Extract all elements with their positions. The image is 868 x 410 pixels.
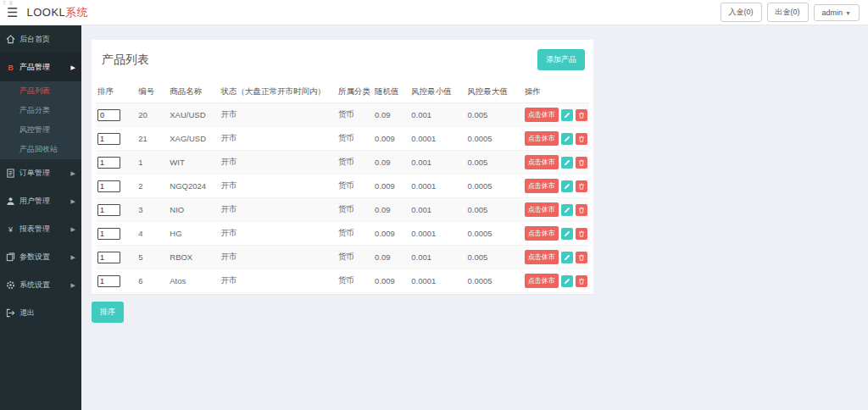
product-category: 货币 (337, 151, 373, 175)
product-id: 21 (136, 127, 168, 151)
row-actions: 点击休市 (525, 131, 587, 146)
sort-order-input[interactable] (97, 252, 120, 263)
sort-order-input[interactable] (97, 157, 120, 169)
chevron-right-icon: ▶ (71, 226, 75, 233)
sort-order-input[interactable] (97, 204, 120, 216)
product-random-value: 0.009 (373, 222, 409, 246)
delete-button[interactable] (576, 180, 587, 192)
sidebar-item-report-management[interactable]: ¥ 报表管理 ▶ (0, 215, 81, 243)
pencil-icon (564, 183, 570, 190)
sidebar: 后台首页 B 产品管理 ▶ 产品列表 产品分类 风控管理 产品回收站 订单管理 … (0, 25, 81, 410)
delete-button[interactable] (576, 133, 587, 145)
edit-button[interactable] (561, 228, 573, 240)
sidebar-item-label: 订单管理 (19, 168, 50, 179)
product-risk-min: 0.001 (409, 103, 465, 127)
sidebar-subitem-product-list[interactable]: 产品列表 (0, 81, 81, 101)
sidebar-item-label: 后台首页 (19, 34, 50, 45)
product-risk-max: 0.0005 (465, 175, 522, 198)
sidebar-item-product-management[interactable]: B 产品管理 ▶ (0, 53, 81, 81)
table-row: 1 WIT 开市 货币 0.09 0.001 0.005 点击休市 (96, 151, 589, 175)
product-id: 5 (136, 246, 168, 269)
orders-icon (6, 169, 15, 178)
row-actions: 点击休市 (525, 179, 587, 193)
delete-button[interactable] (576, 228, 587, 240)
close-market-button[interactable]: 点击休市 (525, 108, 559, 122)
navbar-right: 入金(0) 出金(0) admin▼ (721, 3, 860, 22)
header-actions: 操作 (523, 81, 589, 103)
sidebar-subitem-product-category[interactable]: 产品分类 (0, 101, 81, 120)
edit-button[interactable] (561, 252, 573, 263)
sort-order-input[interactable] (97, 275, 120, 287)
edit-button[interactable] (561, 133, 573, 145)
edit-button[interactable] (561, 157, 573, 169)
product-risk-max: 0.0005 (465, 222, 522, 246)
product-id: 1 (136, 151, 168, 175)
sidebar-subitem-risk-management[interactable]: 风控管理 (0, 120, 81, 140)
sidebar-item-order-management[interactable]: 订单管理 ▶ (0, 159, 81, 187)
withdraw-button[interactable]: 出金(0) (767, 3, 809, 22)
product-name: WIT (168, 151, 219, 175)
chevron-right-icon: ▶ (71, 64, 75, 71)
row-actions: 点击休市 (525, 202, 587, 217)
product-status: 开市 (219, 103, 336, 127)
product-risk-max: 0.005 (465, 246, 522, 269)
chevron-right-icon: ▶ (71, 170, 75, 177)
close-market-button[interactable]: 点击休市 (525, 179, 559, 193)
product-name: HG (168, 222, 219, 246)
delete-button[interactable] (576, 204, 587, 216)
edit-button[interactable] (561, 275, 573, 287)
delete-button[interactable] (576, 252, 587, 263)
product-category: 货币 (337, 127, 373, 151)
sidebar-item-home[interactable]: 后台首页 (0, 25, 81, 53)
pencil-icon (564, 207, 570, 213)
sidebar-subitem-product-recycle[interactable]: 产品回收站 (0, 140, 81, 159)
sort-submit-button[interactable]: 排序 (92, 302, 124, 323)
sort-order-input[interactable] (97, 109, 120, 121)
header-risk-min: 风控最小值 (409, 81, 465, 103)
logout-icon (6, 308, 15, 318)
close-market-button[interactable]: 点击休市 (525, 250, 559, 264)
product-status: 开市 (219, 222, 336, 246)
sidebar-item-logout[interactable]: 退出 (0, 299, 81, 327)
close-market-button[interactable]: 点击休市 (525, 226, 559, 241)
product-name: RBOX (168, 246, 219, 269)
close-market-button[interactable]: 点击休市 (525, 274, 559, 288)
brand-logo[interactable]: LOOKL系统 (26, 5, 88, 20)
product-risk-max: 0.005 (465, 103, 522, 127)
sort-order-input[interactable] (97, 133, 120, 145)
delete-button[interactable] (576, 275, 587, 287)
product-status: 开市 (219, 246, 336, 269)
top-navbar: T 8 ☰ LOOKL系统 入金(0) 出金(0) admin▼ (0, 0, 868, 25)
close-market-button[interactable]: 点击休市 (525, 131, 559, 146)
delete-button[interactable] (576, 157, 587, 169)
sidebar-item-user-management[interactable]: 用户管理 ▶ (0, 187, 81, 215)
pencil-icon (564, 230, 570, 237)
product-category: 货币 (337, 103, 373, 127)
table-row: 3 NIO 开市 货币 0.09 0.001 0.005 点击休市 (96, 198, 589, 222)
row-actions: 点击休市 (525, 274, 587, 288)
edit-button[interactable] (561, 180, 573, 192)
table-row: 2 NGQ2024 开市 货币 0.009 0.0001 0.0005 点击休市 (96, 175, 589, 198)
edit-button[interactable] (561, 204, 573, 216)
product-id: 6 (136, 269, 168, 293)
trash-icon (578, 278, 585, 285)
product-category: 货币 (337, 269, 373, 293)
pencil-icon (564, 254, 570, 261)
close-market-button[interactable]: 点击休市 (525, 202, 559, 217)
user-dropdown[interactable]: admin▼ (814, 4, 860, 21)
edit-button[interactable] (561, 109, 573, 121)
sort-order-input[interactable] (97, 180, 120, 192)
product-status: 开市 (219, 198, 336, 222)
sidebar-item-label: 系统设置 (19, 280, 50, 291)
deposit-button[interactable]: 入金(0) (721, 3, 762, 22)
sidebar-item-parameter-settings[interactable]: 参数设置 ▶ (0, 243, 81, 271)
close-market-button[interactable]: 点击休市 (525, 155, 559, 169)
delete-button[interactable] (576, 109, 587, 121)
sidebar-item-system-settings[interactable]: 系统设置 ▶ (0, 271, 81, 299)
sort-order-input[interactable] (97, 228, 120, 240)
add-product-button[interactable]: 添加产品 (537, 49, 585, 70)
hamburger-menu-icon[interactable]: ☰ (7, 6, 18, 19)
sort-button-row: 排序 (92, 302, 868, 323)
user-dropdown-label: admin (822, 8, 843, 17)
product-random-value: 0.009 (373, 175, 409, 198)
